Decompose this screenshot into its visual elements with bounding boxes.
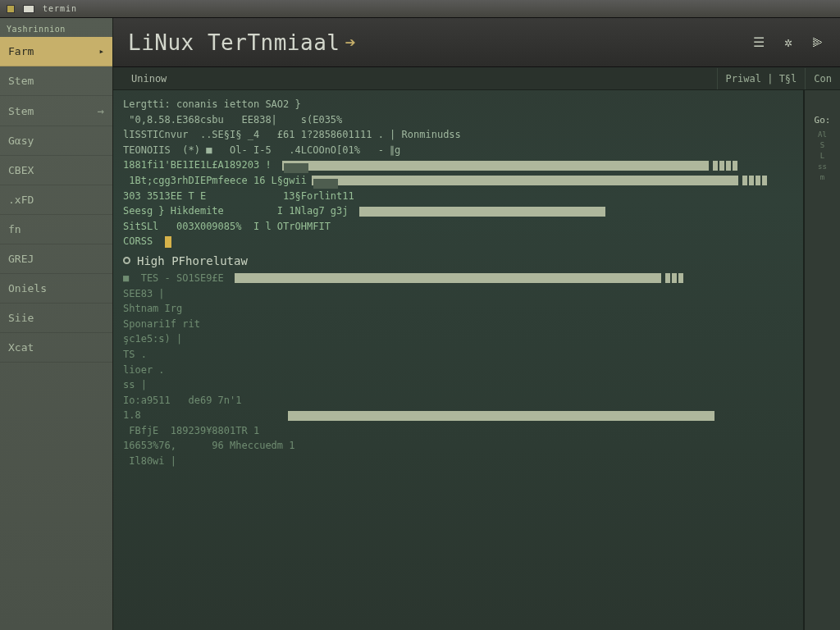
right-panel: Go: AlSLssm	[804, 90, 840, 630]
tab-right-1[interactable]: Con	[805, 68, 840, 89]
terminal-line: FBfjE 189239¥8801TR 1	[123, 423, 793, 439]
terminal-line: Sponari1f rit	[123, 317, 793, 332]
right-panel-row: m	[805, 173, 840, 181]
terminal-line: lISSTICnvur ..SE§I§ _4 £61 1?2858601111 …	[123, 127, 793, 143]
main-panel: LiNux TerTnmiaal ➔ ☰ ✲ ⫸ Uninow Priwal |…	[113, 18, 840, 630]
sidebar-item-label: Xcat	[8, 341, 34, 354]
app-root: Yashrinnion Farm▸StemStem→GαsyCBEX.xFDfn…	[0, 18, 840, 630]
app-title-text: LiNux TerTnmiaal	[128, 30, 340, 55]
bullet-icon	[123, 257, 130, 264]
sidebar-item-6[interactable]: fn	[0, 215, 112, 244]
terminal-line: Lergtti: conanis ietton SAO2 }	[123, 97, 793, 112]
sidebar-item-label: Farm	[8, 45, 34, 57]
terminal-line: "0,8.58.E368csbu EE838| s(E035%	[123, 112, 793, 128]
sidebar-header: Yashrinnion	[0, 21, 112, 37]
stack-icon[interactable]: ☰	[751, 35, 766, 50]
terminal-line: 1881fi1'BE1IE1L£A189203 !	[123, 158, 793, 173]
gear-icon[interactable]: ✲	[781, 35, 796, 50]
terminal-line: CORSS	[123, 234, 793, 249]
sidebar: Yashrinnion Farm▸StemStem→GαsyCBEX.xFDfn…	[0, 18, 113, 630]
sidebar-item-9[interactable]: Siie	[0, 304, 112, 333]
bar-ticks	[664, 273, 683, 283]
window-control-icon[interactable]	[7, 5, 15, 13]
meter-icon[interactable]: ⫸	[810, 35, 825, 50]
sidebar-item-0[interactable]: Farm▸	[0, 37, 112, 66]
terminal-line: 1.8	[123, 408, 793, 423]
section-header: High PFhorelutaw	[123, 254, 793, 267]
terminal-line: TS .	[123, 347, 793, 363]
tab-left[interactable]: Uninow	[121, 68, 176, 89]
sidebar-item-label: Gαsy	[8, 135, 34, 147]
sidebar-item-8[interactable]: Oniels	[0, 274, 112, 304]
right-panel-head: Go:	[805, 115, 840, 126]
terminal-line: 303 3513EE T E 13§Forlint11	[123, 189, 793, 204]
sidebar-item-7[interactable]: GREJ	[0, 244, 112, 274]
arrow-right-icon: →	[98, 104, 104, 117]
section-header-text: High PFhorelutaw	[137, 254, 248, 267]
terminal-line: TEONOIIS (*) ■ Ol- I-5 .4LCOOnO[01% - ∥g	[123, 143, 793, 158]
terminal-line: Shtnam Irg	[123, 301, 793, 317]
terminal-line: SEE83 |	[123, 286, 793, 302]
progress-bar	[312, 176, 738, 185]
terminal-line: şc1e5:s) |	[123, 331, 793, 347]
terminal-line: SitSLl 003X009085% I l OTrOHMFIT	[123, 219, 793, 235]
sidebar-item-label: Stem	[8, 105, 34, 117]
progress-bar	[235, 273, 661, 283]
window-title: termin	[43, 4, 77, 13]
progress-bar	[359, 207, 605, 217]
terminal-line: ■ TES - SO1SE9£E	[123, 271, 793, 286]
sidebar-item-2[interactable]: Stem→	[0, 96, 112, 126]
sidebar-item-label: Oniels	[8, 282, 47, 294]
terminal-line: 1Bt;cgg3rhDIEPmfeece 16 L§gwii	[123, 173, 793, 189]
terminal-line: Il80wi |	[123, 454, 793, 469]
terminal-line: Io:a9511 de69 7n'1	[123, 393, 793, 409]
tab-row: Uninow Priwal | T§l Con	[113, 67, 840, 90]
right-panel-row: ss	[805, 162, 840, 171]
app-title: LiNux TerTnmiaal ➔	[128, 30, 356, 55]
sidebar-item-label: .xFD	[8, 194, 34, 206]
sidebar-item-label: Siie	[8, 312, 34, 324]
sidebar-item-3[interactable]: Gαsy	[0, 126, 112, 156]
sidebar-item-4[interactable]: CBEX	[0, 156, 112, 185]
right-panel-row: Al	[805, 130, 840, 139]
caret-icon: ▸	[98, 46, 104, 57]
sidebar-item-10[interactable]: Xcat	[0, 333, 112, 363]
sidebar-item-5[interactable]: .xFD	[0, 185, 112, 215]
terminal-line: ss |	[123, 377, 793, 393]
terminal-output[interactable]: Lergtti: conanis ietton SAO2 } "0,8.58.E…	[113, 90, 804, 630]
bar-ticks	[712, 161, 737, 171]
bar-ticks	[742, 176, 767, 185]
window-chrome: termin	[0, 0, 840, 18]
window-control-icon[interactable]	[23, 5, 34, 13]
sidebar-item-label: fn	[8, 223, 21, 235]
right-panel-row: L	[805, 152, 840, 160]
right-panel-row: S	[805, 141, 840, 149]
terminal-line: 16653%76, 96 Mheccuedm 1	[123, 438, 793, 454]
sidebar-item-label: CBEX	[8, 164, 34, 176]
sidebar-item-1[interactable]: Stem	[0, 66, 112, 96]
titlebar-icons: ☰ ✲ ⫸	[751, 35, 825, 50]
progress-bar	[282, 161, 709, 171]
tab-right-0[interactable]: Priwal | T§l	[717, 68, 806, 89]
titlebar: LiNux TerTnmiaal ➔ ☰ ✲ ⫸	[113, 18, 840, 67]
sidebar-item-label: GREJ	[8, 253, 34, 265]
terminal-line: Seesg } Hikdemite I 1Nlag7 g3j	[123, 203, 793, 219]
sidebar-item-label: Stem	[8, 75, 34, 87]
cursor	[165, 236, 171, 248]
progress-bar	[288, 411, 714, 421]
prompt-arrow-icon: ➔	[345, 32, 356, 52]
terminal-line: lioer .	[123, 363, 793, 378]
